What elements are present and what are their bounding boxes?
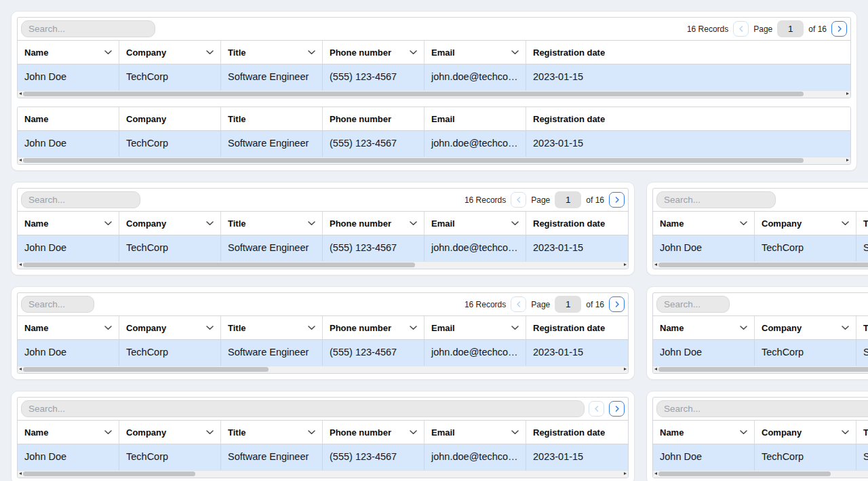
horizontal-scrollbar[interactable] (18, 157, 850, 164)
column-header-name[interactable]: Name (18, 41, 119, 64)
table-row[interactable]: John DoeTechCorpSoftware Engineer(555) 1… (18, 131, 850, 157)
cell-name[interactable]: John Doe (18, 235, 119, 261)
cell-company[interactable]: TechCorp (755, 340, 856, 366)
table-row[interactable]: John DoeTechCorpSoftware Engineer(555) 1… (18, 64, 850, 90)
cell-title[interactable]: Software Engineer (221, 444, 323, 470)
cell-registration-date[interactable]: 2023-01-15 (526, 131, 850, 157)
cell-phone-number[interactable]: (555) 123-4567 (323, 64, 425, 90)
column-header-phone-number[interactable]: Phone number (323, 316, 425, 339)
column-header-name[interactable]: Name (653, 212, 755, 235)
horizontal-scrollbar[interactable] (18, 90, 850, 98)
cell-email[interactable]: john.doe@techcor… (425, 64, 526, 90)
cell-email[interactable]: john.doe@techcor… (425, 131, 526, 157)
horizontal-scrollbar[interactable] (18, 366, 628, 373)
arrow-left-icon[interactable] (19, 368, 22, 370)
page-number-input[interactable] (555, 191, 581, 208)
arrow-left-icon[interactable] (19, 472, 22, 475)
arrow-right-icon[interactable] (624, 368, 627, 370)
cell-name[interactable]: John Doe (18, 340, 119, 366)
arrow-left-icon[interactable] (19, 92, 22, 95)
column-header-company[interactable]: Company (119, 316, 221, 339)
cell-title[interactable]: Software Engineer (221, 64, 323, 90)
column-header-name[interactable]: Name (18, 316, 119, 339)
search-input[interactable] (656, 400, 868, 417)
search-input[interactable] (656, 191, 776, 208)
scrollbar-thumb[interactable] (658, 263, 868, 267)
cell-title[interactable]: Software Engineer (221, 131, 323, 157)
horizontal-scrollbar[interactable] (653, 470, 868, 478)
column-header-company[interactable]: Company (755, 421, 856, 444)
column-header-email[interactable]: Email (425, 212, 526, 235)
arrow-right-icon[interactable] (624, 472, 627, 475)
cell-email[interactable]: john.doe@techcor… (425, 444, 526, 470)
cell-company[interactable]: TechCorp (119, 131, 221, 157)
scrollbar-thumb[interactable] (23, 158, 804, 163)
cell-title[interactable]: Software Engineer (221, 340, 323, 366)
cell-name[interactable]: John Doe (653, 444, 755, 470)
page-number-input[interactable] (555, 296, 581, 313)
cell-title[interactable]: Software Engineer (856, 444, 868, 470)
column-header-phone-number[interactable]: Phone number (323, 212, 425, 235)
horizontal-scrollbar[interactable] (653, 366, 868, 373)
arrow-right-icon[interactable] (624, 263, 627, 266)
prev-page-button[interactable] (511, 192, 526, 208)
column-header-name[interactable]: Name (18, 421, 119, 444)
column-header-title[interactable]: Title (856, 212, 868, 235)
horizontal-scrollbar[interactable] (18, 470, 628, 478)
next-page-button[interactable] (831, 21, 847, 37)
cell-registration-date[interactable]: 2023-01-15 (526, 64, 850, 90)
cell-name[interactable]: John Doe (18, 444, 119, 470)
column-header-name[interactable]: Name (653, 421, 755, 444)
column-header-title[interactable]: Title (221, 212, 323, 235)
cell-registration-date[interactable]: 2023-01-15 (526, 340, 628, 366)
cell-registration-date[interactable]: 2023-01-15 (526, 444, 628, 470)
cell-company[interactable]: TechCorp (755, 235, 856, 261)
column-header-title[interactable]: Title (856, 316, 868, 339)
cell-phone-number[interactable]: (555) 123-4567 (323, 131, 425, 157)
column-header-company[interactable]: Company (119, 421, 221, 444)
horizontal-scrollbar[interactable] (18, 261, 628, 269)
prev-page-button[interactable] (733, 21, 749, 37)
cell-company[interactable]: TechCorp (119, 64, 221, 90)
cell-company[interactable]: TechCorp (119, 444, 221, 470)
prev-page-button[interactable] (511, 296, 526, 312)
column-header-company[interactable]: Company (755, 316, 856, 339)
cell-title[interactable]: Software Engineer (221, 235, 323, 261)
cell-company[interactable]: TechCorp (119, 340, 221, 366)
cell-name[interactable]: John Doe (18, 131, 119, 157)
cell-registration-date[interactable]: 2023-01-15 (526, 235, 628, 261)
cell-title[interactable]: Software Engineer (856, 340, 868, 366)
cell-company[interactable]: TechCorp (119, 235, 221, 261)
horizontal-scrollbar[interactable] (653, 261, 868, 269)
cell-name[interactable]: John Doe (653, 235, 755, 261)
arrow-right-icon[interactable] (846, 92, 849, 95)
search-input[interactable] (21, 296, 94, 313)
arrow-left-icon[interactable] (19, 159, 22, 161)
cell-phone-number[interactable]: (555) 123-4567 (323, 235, 425, 261)
scrollbar-thumb[interactable] (23, 92, 804, 96)
column-header-title[interactable]: Title (221, 41, 323, 64)
next-page-button[interactable] (609, 401, 625, 417)
scrollbar-thumb[interactable] (23, 367, 269, 372)
search-input[interactable] (21, 191, 140, 208)
arrow-left-icon[interactable] (19, 263, 22, 266)
table-row[interactable]: John DoeTechCorpSoftware Engineer(555) 1… (653, 235, 868, 261)
cell-company[interactable]: TechCorp (755, 444, 856, 470)
scrollbar-thumb[interactable] (658, 367, 868, 372)
arrow-right-icon[interactable] (846, 159, 849, 161)
cell-name[interactable]: John Doe (18, 64, 119, 90)
arrow-left-icon[interactable] (654, 263, 657, 266)
table-row[interactable]: John DoeTechCorpSoftware Engineer(555) 1… (18, 235, 628, 261)
search-input[interactable] (656, 296, 730, 313)
column-header-title[interactable]: Title (221, 421, 323, 444)
page-number-input[interactable] (777, 20, 804, 37)
column-header-phone-number[interactable]: Phone number (323, 421, 425, 444)
next-page-button[interactable] (609, 296, 625, 312)
column-header-email[interactable]: Email (425, 421, 526, 444)
table-row[interactable]: John DoeTechCorpSoftware Engineer(555) 1… (18, 340, 628, 366)
cell-title[interactable]: Software Engineer (856, 235, 868, 261)
cell-name[interactable]: John Doe (653, 340, 755, 366)
column-header-title[interactable]: Title (221, 316, 323, 339)
cell-phone-number[interactable]: (555) 123-4567 (323, 340, 425, 366)
table-row[interactable]: John DoeTechCorpSoftware Engineer(555) 1… (653, 444, 868, 470)
